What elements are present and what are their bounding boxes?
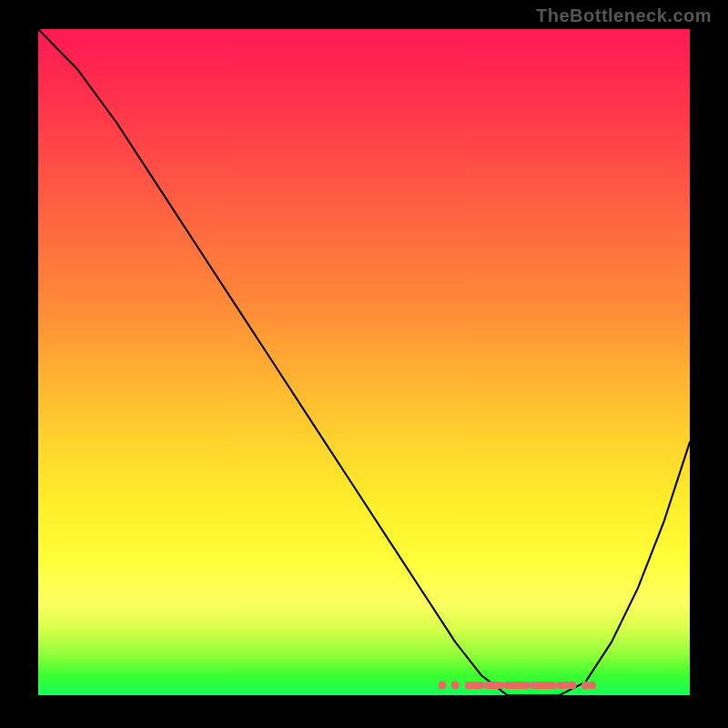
bottleneck-curve [38,29,690,695]
highlight-dot [588,682,596,690]
watermark-text: TheBottleneck.com [536,5,712,26]
chart-root: TheBottleneck.com [0,0,728,728]
plot-area [38,29,690,695]
curve-layer [38,29,690,695]
highlight-dot [451,682,460,690]
highlight-dot [438,682,446,690]
